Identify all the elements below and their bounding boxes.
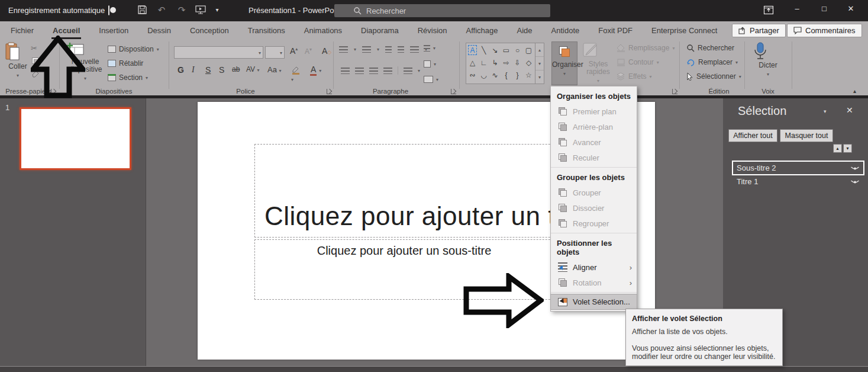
tab-foxit-pdf[interactable]: Foxit PDF (589, 23, 642, 38)
freeform-shape[interactable]: ◇ (523, 56, 534, 69)
strikethrough-button[interactable]: ab (230, 65, 242, 73)
shapes-scroll-down-icon[interactable]: ▾ (535, 57, 544, 70)
shrink-font-button[interactable]: A▾ (302, 47, 314, 56)
tab-diaporama[interactable]: Diaporama (351, 23, 408, 38)
star-shape[interactable]: ☆ (523, 69, 534, 81)
tab-revision[interactable]: Révision (408, 23, 457, 38)
menu-item-send-to-back[interactable]: Arrière-plan (551, 119, 637, 134)
shapes-more-icon[interactable]: ▾ (535, 70, 544, 84)
clear-formatting-button[interactable]: A◇ (320, 46, 334, 56)
layout-button[interactable]: Disposition ▾ (108, 45, 159, 53)
replace-button[interactable]: Remplacer ▾ (686, 58, 738, 66)
selection-item-titre[interactable]: Titre 1 (733, 175, 863, 188)
autosave-toggle[interactable] (108, 5, 109, 15)
numbered-list-chevron-icon[interactable]: ▾ (377, 47, 379, 52)
tab-enterprise-connect[interactable]: Enterprise Connect (642, 23, 727, 38)
right-arrow-shape[interactable]: ⇨ (501, 56, 512, 69)
show-all-button[interactable]: Afficher tout (728, 129, 777, 142)
pane-close-icon[interactable]: ✕ (846, 105, 853, 115)
visibility-eye-icon[interactable] (850, 165, 860, 171)
slide-thumbnail[interactable] (20, 107, 131, 170)
quick-styles-button[interactable]: Styles rapides ▾ (582, 42, 614, 84)
bullet-list-chevron-icon[interactable]: ▾ (354, 47, 356, 52)
shape-effects-button[interactable]: Effets ▾ (617, 72, 651, 81)
menu-item-ungroup[interactable]: Dissocier (551, 200, 637, 216)
change-case-button[interactable]: Aa ▾ (265, 65, 284, 74)
down-arrow-shape[interactable]: ⇩ (512, 56, 523, 69)
reset-button[interactable]: Rétablir (108, 59, 143, 68)
hide-all-button[interactable]: Masquer tout (780, 129, 833, 142)
move-up-button[interactable]: ▴ (833, 144, 842, 153)
convert-smartart-button[interactable]: ▾ (424, 76, 438, 83)
decrease-indent-icon[interactable] (385, 46, 392, 53)
search-box[interactable]: Rechercher (334, 4, 550, 17)
shape-outline-button[interactable]: Contour ▾ (617, 58, 659, 66)
shape-fill-button[interactable]: Remplissage ▾ (617, 44, 675, 52)
bullet-list-icon[interactable] (339, 46, 348, 53)
tab-dessin[interactable]: Dessin (138, 23, 180, 38)
tab-conception[interactable]: Conception (180, 23, 238, 38)
drawing-dialog-launcher-icon[interactable] (672, 89, 677, 94)
menu-item-bring-to-front[interactable]: Premier plan (551, 104, 637, 119)
find-button[interactable]: Rechercher (686, 44, 734, 52)
line-shape[interactable]: ╲ (478, 44, 489, 56)
pane-options-chevron-icon[interactable]: ▾ (824, 108, 827, 114)
start-slideshow-icon[interactable] (195, 5, 206, 15)
text-direction-button[interactable]: ▾ (424, 45, 435, 52)
menu-item-group[interactable]: Grouper (551, 185, 637, 200)
paste-button[interactable]: Coller ▾ (5, 42, 31, 79)
selection-item-sous-titre[interactable]: Sous-titre 2 (733, 162, 863, 174)
curve-shape[interactable]: ∿ (489, 69, 501, 81)
menu-item-bring-forward[interactable]: Avancer (551, 134, 637, 150)
tab-affichage[interactable]: Affichage (457, 23, 508, 38)
paragraph-dialog-launcher-icon[interactable] (451, 89, 456, 94)
menu-item-selection-pane[interactable]: Volet Sélection... (551, 294, 637, 309)
comments-button[interactable]: Commentaires (787, 24, 862, 37)
tab-antidote[interactable]: Antidote (542, 23, 589, 38)
shadow-button[interactable]: S (217, 65, 227, 75)
menu-item-send-backward[interactable]: Reculer (551, 150, 637, 165)
tab-animations[interactable]: Animations (295, 23, 351, 38)
elbow-arrow-connector-shape[interactable]: ↳ (489, 56, 501, 69)
columns-icon[interactable] (404, 68, 412, 74)
shapes-gallery-scrollbar[interactable]: ▴ ▾ ▾ (535, 43, 544, 84)
numbered-list-icon[interactable] (362, 46, 371, 53)
select-button[interactable]: Sélectionner ▾ (686, 72, 741, 81)
rounded-rectangle-shape[interactable]: ▢ (523, 44, 534, 56)
font-name-combo[interactable]: ▾ (174, 46, 263, 59)
tab-transitions[interactable]: Transitions (238, 23, 295, 38)
minimize-button[interactable]: – (791, 4, 803, 13)
save-icon[interactable] (137, 5, 147, 15)
elbow-connector-shape[interactable]: ∟ (478, 56, 489, 69)
scribble-shape[interactable]: ∾ (467, 69, 478, 81)
left-brace-shape[interactable]: { (501, 69, 512, 81)
menu-item-regroup[interactable]: Regrouper (551, 216, 637, 231)
arrange-button[interactable]: Organiser ▾ (551, 41, 577, 85)
grow-font-button[interactable]: A▴ (288, 46, 300, 56)
italic-button[interactable]: I (189, 65, 197, 75)
text-highlight-button[interactable]: ▾ (291, 65, 301, 83)
right-brace-shape[interactable]: } (512, 69, 523, 81)
undo-icon[interactable]: ↶ (155, 4, 168, 17)
collapse-ribbon-icon[interactable]: ▴ (853, 88, 856, 94)
tab-insertion[interactable]: Insertion (89, 23, 138, 38)
redo-icon[interactable]: ↷ (175, 4, 188, 17)
visibility-eye-icon[interactable] (850, 179, 860, 185)
ribbon-display-options-icon[interactable] (763, 5, 774, 15)
dictate-button[interactable]: Dicter ▾ (754, 42, 782, 78)
align-right-icon[interactable] (369, 68, 378, 74)
underline-button[interactable]: S (203, 65, 213, 75)
close-button[interactable]: ✕ (845, 4, 857, 13)
menu-item-align[interactable]: Aligner› (551, 259, 637, 275)
font-color-button[interactable]: A ▾ (310, 65, 321, 74)
maximize-button[interactable]: □ (818, 4, 830, 13)
text-box-shape[interactable]: A (467, 44, 478, 56)
increase-indent-icon[interactable] (398, 46, 404, 53)
character-spacing-button[interactable]: AV ▾ (244, 65, 262, 73)
align-left-icon[interactable] (341, 68, 350, 74)
rectangle-shape[interactable]: ▭ (501, 44, 512, 56)
move-down-button[interactable]: ▾ (843, 144, 852, 153)
section-button[interactable]: Section ▾ (108, 73, 148, 82)
font-size-combo[interactable]: ▾ (265, 46, 285, 59)
align-center-icon[interactable] (355, 68, 364, 74)
